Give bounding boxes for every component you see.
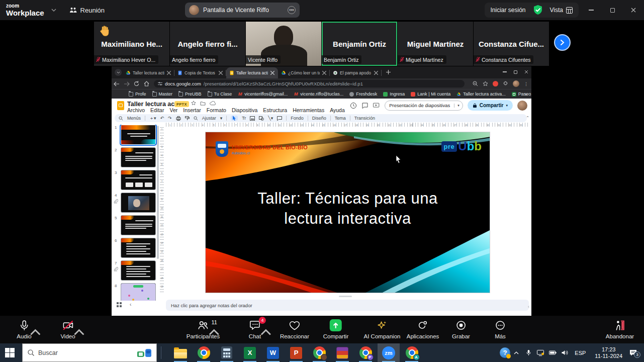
menu-archivo[interactable]: Archivo xyxy=(127,107,145,113)
tab-close-icon[interactable] xyxy=(218,70,223,75)
share-pill-more-icon[interactable]: ••• xyxy=(288,6,296,14)
slide-thumbnail-1[interactable]: 1 xyxy=(113,125,157,145)
toolbar-menus-label[interactable]: Menús xyxy=(127,116,141,121)
tray-expand-chevron-icon[interactable] xyxy=(510,351,522,354)
site-settings-icon[interactable] xyxy=(158,81,162,86)
taskbar-chrome-icon[interactable] xyxy=(193,343,215,362)
slide-thumbnail-4[interactable]: 4 xyxy=(113,193,157,213)
slide-thumbnail-2[interactable]: 2 xyxy=(113,147,157,167)
video-tile-vicente-riffo[interactable]: Vicente Riffo xyxy=(246,22,321,66)
new-tab-button[interactable] xyxy=(386,69,393,76)
print-icon[interactable] xyxy=(176,116,181,121)
back-icon[interactable] xyxy=(114,81,124,86)
address-bar[interactable]: docs.google.com/presentation/d/1elGKzSh3… xyxy=(154,80,465,87)
chrome-maximize-button[interactable] xyxy=(514,70,517,74)
video-tile-maximiliano-hever-o-[interactable]: Maximiliano He...Maximiliano Hever O... xyxy=(94,22,169,66)
taskbar-calculator-icon[interactable] xyxy=(216,343,238,362)
bookmark-ingresa[interactable]: Ingresa xyxy=(383,92,405,97)
present-display-icon[interactable] xyxy=(373,102,380,109)
view-button[interactable]: Vista xyxy=(550,7,573,14)
select-tool-icon[interactable] xyxy=(231,116,238,121)
present-button[interactable]: Presentación de diapositivas ▾ xyxy=(385,101,463,111)
toolbar-audio[interactable]: Audio xyxy=(17,319,31,339)
bookmark-profe[interactable]: Profe xyxy=(129,92,146,97)
sign-in-button[interactable]: Iniciar sesión xyxy=(491,7,526,14)
slide-canvas[interactable]: UNIVERSIDAD DEL BÍO-BÍO #ubiobio.cl pre … xyxy=(205,132,490,293)
paint-format-icon[interactable] xyxy=(185,116,190,121)
bookmark-freshdesk[interactable]: Freshdesk xyxy=(349,92,377,97)
scroll-right-icon[interactable]: ‹ xyxy=(528,304,529,309)
zoom-tool-icon[interactable] xyxy=(194,116,198,121)
theme-button[interactable]: Tema xyxy=(335,116,346,121)
menu-estructura[interactable]: Estructura xyxy=(263,107,287,113)
security-shield-icon[interactable] xyxy=(533,5,543,16)
video-tile-benjam-n-ortiz[interactable]: Benjamín OrtizBenjamín Ortiz xyxy=(322,22,397,66)
toolbar-grabar[interactable]: Grabar xyxy=(452,319,470,339)
toolbar-chat[interactable]: 4Chat xyxy=(249,319,261,339)
toolbar-aplicaciones[interactable]: Aplicaciones xyxy=(407,319,439,339)
menu-herramientas[interactable]: Herramientas xyxy=(293,107,324,113)
taskbar-powerpoint-icon[interactable]: P xyxy=(285,343,307,362)
tray-volume-icon[interactable] xyxy=(559,350,571,355)
toolbar-compartir[interactable]: Compartir xyxy=(323,319,348,339)
toolbar-collapse-icon[interactable]: ⌃ xyxy=(526,116,529,120)
bookmarks-overflow-icon[interactable]: » xyxy=(524,92,527,97)
tray-microphone-icon[interactable] xyxy=(522,349,534,356)
help-tray-icon[interactable]: ? xyxy=(500,347,510,358)
cloud-status-icon[interactable] xyxy=(210,101,216,106)
slide-thumbnail-3[interactable]: 3 xyxy=(113,170,157,190)
fit-zoom-select[interactable]: Ajustar xyxy=(202,116,216,121)
extension-badge-icon[interactable] xyxy=(493,81,498,86)
workspace-chevron-down-icon[interactable] xyxy=(51,9,56,12)
notes-drag-handle[interactable] xyxy=(339,296,352,297)
insert-shape-icon[interactable] xyxy=(259,116,264,121)
taskbar-excel-icon[interactable]: X xyxy=(239,343,261,362)
transition-button[interactable]: Transición xyxy=(354,116,375,121)
video-tile-constanza-cifuentes[interactable]: Constanza Cifue...Constanza Cifuentes xyxy=(474,22,549,66)
browser-tab-1[interactable]: Taller lectura activa - Google D xyxy=(123,67,174,78)
present-dropdown-caret[interactable]: ▾ xyxy=(454,104,463,108)
chevron-up-icon[interactable] xyxy=(73,326,85,338)
tray-battery-icon[interactable] xyxy=(546,350,559,355)
slide-thumbnail-5[interactable]: 5 xyxy=(113,215,157,235)
chrome-close-button[interactable] xyxy=(524,70,528,74)
toolbar-video[interactable]: Video xyxy=(60,319,75,339)
tab-close-icon[interactable] xyxy=(166,70,171,75)
zoom-in-tool-icon[interactable]: ＋▾ xyxy=(149,115,156,122)
toolbar-participantes[interactable]: 11Participantes xyxy=(187,319,220,339)
taskbar-clock[interactable]: 17:23 11-11-2024 xyxy=(595,346,622,359)
window-close-button[interactable] xyxy=(623,0,644,20)
undo-icon[interactable]: ↶ xyxy=(160,116,164,121)
screen-share-pill[interactable]: Pantalla de Vicente Riffo ••• xyxy=(185,3,300,18)
video-tile-angelo-fierro-fierro[interactable]: Angelo fierro fi...Angelo fierro fierro xyxy=(170,22,245,66)
bookmark-tu-clase[interactable]: Tu Clase xyxy=(208,92,232,97)
browser-tab-4[interactable]: ¿Cómo leer un texto aplicando xyxy=(278,67,330,78)
menu-insertar[interactable]: Insertar xyxy=(183,107,201,113)
meeting-tab[interactable]: Reunión xyxy=(69,7,105,14)
menu-editar[interactable]: Editar xyxy=(150,107,164,113)
browser-profile-avatar[interactable] xyxy=(513,80,519,87)
start-button[interactable] xyxy=(5,348,15,357)
menu-diapositiva[interactable]: Diapositiva xyxy=(232,107,257,113)
window-minimize-button[interactable] xyxy=(581,0,602,20)
speaker-notes[interactable]: Haz clic para agregar notas del orador xyxy=(166,300,529,311)
bookmark-master[interactable]: Master xyxy=(152,92,173,97)
bookmark-paseo-xlsx-hojas-d-[interactable]: Paseo.xlsx - Hojas d... xyxy=(512,92,531,97)
taskbar-winrar-icon[interactable] xyxy=(331,343,353,362)
tray-display-icon[interactable] xyxy=(534,350,546,356)
slide-thumbnail-8[interactable]: 8 xyxy=(113,283,157,301)
taskbar-chrome-profile-b-icon[interactable] xyxy=(308,343,330,362)
tab-search-button[interactable] xyxy=(115,69,122,76)
chrome-minimize-button[interactable] xyxy=(503,71,507,72)
collapse-filmstrip-icon[interactable]: ‹ xyxy=(130,302,131,307)
language-indicator[interactable]: ESP xyxy=(575,350,586,356)
bookmark-star-icon[interactable] xyxy=(483,81,488,86)
textbox-tool[interactable]: Tr xyxy=(242,116,246,121)
star-icon[interactable] xyxy=(191,101,196,106)
taskbar-file-explorer-icon[interactable] xyxy=(169,343,192,362)
move-folder-icon[interactable] xyxy=(200,101,206,106)
tab-close-icon[interactable] xyxy=(270,70,275,75)
extensions-puzzle-icon[interactable] xyxy=(503,81,508,86)
toolbar-abandonar[interactable]: Abandonar xyxy=(606,319,634,339)
home-icon[interactable] xyxy=(144,81,154,86)
